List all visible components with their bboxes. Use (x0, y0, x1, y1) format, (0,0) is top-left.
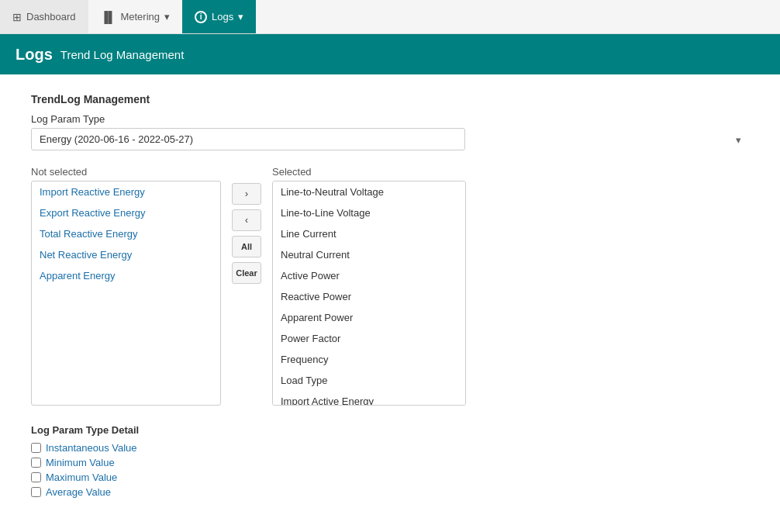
nav-metering-label: Metering (120, 11, 160, 22)
nav-logs[interactable]: i Logs ▾ (182, 0, 256, 33)
logs-icon: i (195, 11, 207, 23)
logs-dropdown-icon: ▾ (238, 11, 243, 22)
transfer-area: Not selected Import Reactive EnergyExpor… (31, 166, 749, 406)
nav-logs-label: Logs (212, 11, 233, 22)
not-selected-item[interactable]: Import Reactive Energy (32, 181, 220, 202)
transfer-buttons: › ‹ All Clear (227, 183, 266, 284)
log-param-select-wrapper: Energy (2020-06-16 - 2022-05-27) ▾ (31, 128, 749, 150)
not-selected-label: Not selected (31, 166, 221, 178)
checkbox-row-maximum: Maximum Value (31, 472, 749, 483)
checkbox-row-average: Average Value (31, 486, 749, 498)
clear-button[interactable]: Clear (232, 262, 261, 284)
page-subtitle: Trend Log Management (60, 48, 185, 61)
selected-item[interactable]: Line Current (273, 223, 465, 244)
dashboard-icon: ⊞ (12, 11, 22, 23)
metering-dropdown-icon: ▾ (164, 11, 170, 22)
log-param-label: Log Param Type (31, 113, 749, 125)
checkbox-minimum[interactable] (31, 458, 41, 468)
checkbox-row-instantaneous: Instantaneous Value (31, 442, 749, 454)
select-chevron-icon: ▾ (736, 133, 741, 145)
checkboxes-container: Instantaneous ValueMinimum ValueMaximum … (31, 442, 749, 498)
move-left-button[interactable]: ‹ (232, 209, 261, 231)
selected-panel: Selected Line-to-Neutral VoltageLine-to-… (272, 166, 466, 406)
detail-section: Log Param Type Detail Instantaneous Valu… (31, 424, 749, 498)
move-right-button[interactable]: › (232, 183, 261, 205)
not-selected-item[interactable]: Net Reactive Energy (32, 244, 220, 265)
all-button[interactable]: All (232, 236, 261, 257)
not-selected-panel: Not selected Import Reactive EnergyExpor… (31, 166, 221, 406)
selected-item[interactable]: Load Type (273, 370, 465, 391)
log-param-select[interactable]: Energy (2020-06-16 - 2022-05-27) (31, 128, 465, 150)
detail-label: Log Param Type Detail (31, 424, 749, 436)
metering-icon: ▐▌ (101, 11, 116, 23)
selected-item[interactable]: Power Factor (273, 328, 465, 349)
selected-item[interactable]: Neutral Current (273, 244, 465, 265)
nav-dashboard[interactable]: ⊞ Dashboard (0, 0, 88, 33)
selected-item[interactable]: Reactive Power (273, 286, 465, 307)
not-selected-item[interactable]: Apparent Energy (32, 265, 220, 286)
checkbox-instantaneous[interactable] (31, 443, 41, 453)
checkbox-label-minimum[interactable]: Minimum Value (46, 457, 115, 468)
checkbox-label-maximum[interactable]: Maximum Value (46, 472, 117, 483)
selected-item[interactable]: Import Active Energy (273, 391, 465, 406)
not-selected-item[interactable]: Total Reactive Energy (32, 223, 220, 244)
checkbox-label-average[interactable]: Average Value (46, 486, 111, 498)
checkbox-average[interactable] (31, 487, 41, 497)
nav-dashboard-label: Dashboard (26, 11, 76, 22)
selected-item[interactable]: Line-to-Neutral Voltage (273, 181, 465, 202)
not-selected-item[interactable]: Export Reactive Energy (32, 202, 220, 223)
not-selected-list: Import Reactive EnergyExport Reactive En… (31, 181, 221, 406)
selected-item[interactable]: Active Power (273, 265, 465, 286)
nav-metering[interactable]: ▐▌ Metering ▾ (88, 0, 182, 33)
selected-list: Line-to-Neutral VoltageLine-to-Line Volt… (272, 181, 466, 406)
page-title: Logs (16, 46, 53, 64)
selected-item[interactable]: Apparent Power (273, 307, 465, 328)
page-header: Logs Trend Log Management (0, 34, 780, 74)
selected-item[interactable]: Line-to-Line Voltage (273, 202, 465, 223)
main-content: TrendLog Management Log Param Type Energ… (0, 74, 780, 520)
selected-item[interactable]: Frequency (273, 349, 465, 370)
top-navigation: ⊞ Dashboard ▐▌ Metering ▾ i Logs ▾ (0, 0, 780, 34)
selected-label: Selected (272, 166, 466, 178)
checkbox-row-minimum: Minimum Value (31, 457, 749, 468)
checkbox-label-instantaneous[interactable]: Instantaneous Value (46, 442, 137, 454)
section-title: TrendLog Management (31, 93, 749, 105)
checkbox-maximum[interactable] (31, 472, 41, 482)
